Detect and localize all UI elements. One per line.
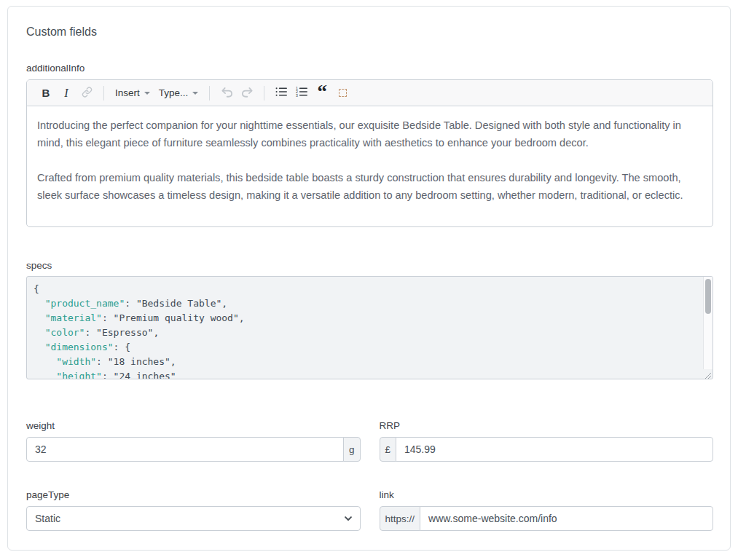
numbered-list-icon: 1 2 3 — [295, 86, 308, 100]
editor-paragraph: Introducing the perfect companion for yo… — [37, 117, 702, 151]
rrp-input-group: £ — [380, 437, 714, 462]
currency-addon: £ — [380, 437, 397, 462]
insert-menu-label: Insert — [115, 87, 140, 98]
code-line: "color": "Espresso", — [34, 326, 695, 340]
page-type-select-wrap: Static — [26, 506, 361, 531]
specs-label: specs — [26, 260, 707, 271]
specs-code-editor[interactable]: { "product_name": "Bedside Table", "mate… — [26, 276, 713, 379]
numbered-list-button[interactable]: 1 2 3 — [291, 83, 312, 103]
undo-icon — [220, 86, 234, 100]
scrollbar-track[interactable] — [703, 277, 713, 369]
code-line: "height": "24 inches" — [34, 369, 695, 379]
undo-button[interactable] — [216, 83, 237, 103]
specs-code-content: { "product_name": "Bedside Table", "mate… — [27, 277, 713, 379]
weight-unit-addon: g — [343, 437, 361, 462]
bold-icon: B — [42, 87, 50, 99]
chevron-down-icon — [192, 92, 198, 95]
editor-paragraph: Crafted from premium quality materials, … — [37, 169, 702, 204]
code-line: "product_name": "Bedside Table", — [34, 296, 695, 311]
code-line: { — [34, 282, 695, 296]
custom-fields-panel: Custom fields additionalInfo B I Insert … — [7, 6, 731, 551]
type-menu-button[interactable]: Type... — [154, 83, 203, 103]
rrp-input[interactable] — [396, 437, 713, 462]
chevron-down-icon — [144, 92, 150, 95]
resize-handle-icon[interactable] — [703, 369, 712, 378]
toolbar-divider — [264, 86, 264, 100]
editor-content-area[interactable]: Introducing the perfect companion for yo… — [27, 106, 713, 226]
insert-menu-button[interactable]: Insert — [111, 83, 154, 103]
link-icon — [81, 86, 93, 100]
weight-rrp-row: weight g RRP £ — [26, 420, 713, 462]
container-block-button[interactable] — [332, 83, 353, 103]
rrp-label: RRP — [380, 420, 714, 431]
page-title: Custom fields — [26, 25, 707, 39]
type-menu-label: Type... — [159, 87, 189, 98]
page-type-label: pageType — [26, 489, 361, 500]
protocol-addon: https:// — [380, 506, 421, 531]
weight-label: weight — [26, 420, 361, 431]
additional-info-label: additionalInfo — [26, 63, 707, 74]
code-line: "width": "18 inches", — [34, 355, 695, 369]
scrollbar-thumb[interactable] — [705, 279, 711, 314]
bold-button[interactable]: B — [36, 83, 56, 103]
blockquote-button[interactable]: “ — [312, 83, 332, 103]
code-line: "dimensions": { — [34, 340, 695, 355]
weight-input[interactable] — [26, 437, 344, 462]
rich-text-editor: B I Insert Type... — [26, 79, 713, 227]
svg-text:3: 3 — [296, 93, 298, 98]
pagetype-link-row: pageType Static link https:// — [26, 489, 713, 531]
redo-button[interactable] — [237, 83, 257, 103]
bullet-list-icon — [275, 86, 288, 100]
code-line: "material": "Premium quality wood", — [34, 311, 695, 326]
link-input-group: https:// — [380, 506, 714, 531]
link-label: link — [380, 489, 714, 500]
editor-toolbar: B I Insert Type... — [27, 80, 713, 106]
redo-icon — [240, 86, 254, 100]
italic-button[interactable]: I — [56, 83, 76, 103]
weight-input-group: g — [26, 437, 361, 462]
blockquote-icon: “ — [318, 88, 328, 98]
link-button[interactable] — [76, 83, 97, 103]
bullet-list-button[interactable] — [271, 83, 291, 103]
link-input[interactable] — [420, 506, 713, 531]
page-type-select[interactable]: Static — [26, 506, 361, 531]
dashed-box-icon — [339, 89, 347, 97]
italic-icon: I — [64, 87, 68, 100]
toolbar-divider — [209, 86, 210, 100]
toolbar-divider — [103, 86, 104, 100]
